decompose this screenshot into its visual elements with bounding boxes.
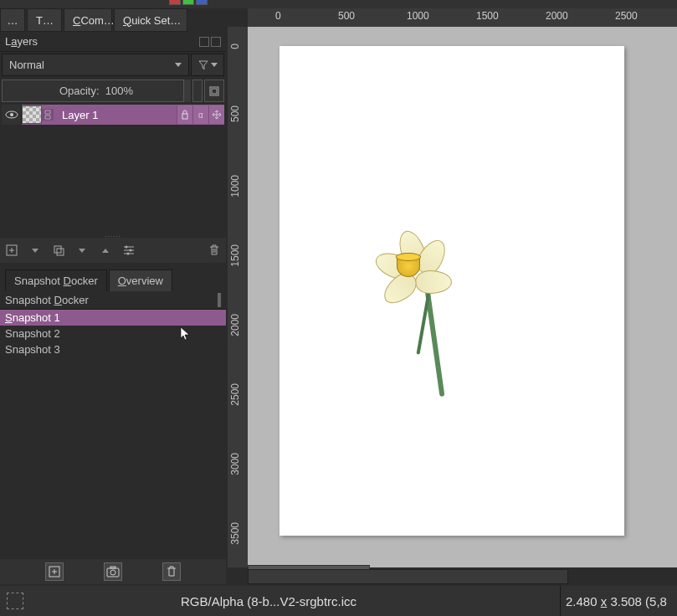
layer-name-label[interactable]: Layer 1: [54, 109, 177, 121]
svg-rect-7: [57, 249, 64, 255]
chevron-up-icon: [102, 249, 109, 253]
canvas-viewport[interactable]: [248, 27, 677, 567]
tab-label: …: [8, 14, 18, 27]
status-bar: RGB/Alpha (8-b...V2-srgbtrc.icc 2.480 x …: [0, 586, 677, 616]
opacity-slider[interactable]: Opacity: 100%: [2, 80, 191, 102]
move-layer-down-button[interactable]: [74, 242, 90, 259]
layer-lock-icon[interactable]: [177, 105, 192, 124]
svg-rect-1: [212, 89, 217, 94]
opacity-label: Opacity:: [59, 85, 100, 97]
tab-key: Q: [123, 14, 131, 27]
mouse-cursor-icon: [180, 326, 190, 341]
svg-rect-4: [182, 114, 187, 119]
camera-icon: [106, 566, 120, 578]
ruler-horizontal[interactable]: 0 500 1000 1500 2000 2500: [248, 8, 677, 27]
tab-quick-settings[interactable]: Quick Set…: [114, 8, 187, 32]
status-color-info: RGB/Alpha (8-b...V2-srgbtrc.icc: [30, 594, 560, 608]
ruler-tick-label: 500: [338, 10, 355, 22]
tab-label: Snapshot: [14, 275, 64, 287]
snapshot-bottom-toolbar: [0, 559, 226, 584]
canvas-page[interactable]: [280, 46, 624, 536]
take-snapshot-button[interactable]: [104, 562, 122, 581]
ruler-tick-label: 1500: [476, 10, 499, 22]
chevron-down-icon: [175, 63, 182, 67]
chevron-down-icon: [211, 63, 218, 67]
tab-key: O: [118, 275, 126, 287]
ruler-tick-label: 3000: [229, 453, 241, 475]
ruler-tick-label: 500: [229, 105, 241, 122]
svg-point-3: [10, 113, 13, 116]
ruler-tick-label: 0: [229, 44, 241, 49]
opacity-spinner[interactable]: [192, 80, 203, 102]
artwork-flower: [372, 239, 472, 389]
tab-key: D: [64, 275, 71, 287]
duplicate-layer-button[interactable]: [50, 242, 67, 259]
ruler-tick-label: 2000: [229, 314, 241, 336]
link-icon: [44, 109, 52, 121]
color-swatch[interactable]: [196, 0, 208, 5]
snapshot-list: Snapshot 1 Snapshot 2 Snapshot 3: [0, 310, 226, 357]
overview-tab[interactable]: Overview: [109, 270, 172, 291]
ruler-tick-label: 0: [275, 10, 281, 22]
layer-move-icon[interactable]: [208, 105, 224, 124]
delete-snapshot-button[interactable]: [162, 562, 181, 581]
ruler-tick-label: 2000: [546, 10, 568, 22]
properties-icon: [208, 85, 220, 97]
layers-panel: Layers Normal Opacity: 100% L: [0, 32, 226, 238]
layer-extra-button[interactable]: [204, 80, 224, 102]
layer-properties-button[interactable]: [121, 242, 137, 259]
snapshot-docker-panel: Snapshot Docker Snapshot 1 Snapshot 2 Sn…: [0, 291, 226, 559]
layer-filter-button[interactable]: [191, 54, 224, 76]
snapshot-docker-tab[interactable]: Snapshot Docker: [5, 270, 107, 291]
svg-point-10: [127, 253, 130, 255]
tab-t[interactable]: T…: [27, 8, 62, 32]
svg-point-9: [130, 249, 132, 252]
color-swatch[interactable]: [169, 0, 181, 5]
resize-handle[interactable]: ······: [105, 233, 121, 240]
close-docker-icon[interactable]: [219, 293, 221, 307]
status-coords: 2.480 x 3.508 (5,8: [560, 586, 677, 616]
filter-icon: [198, 60, 208, 70]
float-docker-icon[interactable]: [199, 37, 209, 47]
layers-panel-title[interactable]: Layers: [0, 32, 226, 52]
eye-icon: [5, 110, 18, 120]
blend-mode-select[interactable]: Normal: [2, 54, 189, 76]
color-swatch[interactable]: [182, 0, 194, 5]
panel-title-text: Layers: [5, 35, 38, 48]
ruler-tick-label: 3500: [229, 522, 241, 545]
ruler-tick-label: 1500: [229, 244, 241, 267]
selection-indicator-icon[interactable]: [7, 593, 23, 609]
docker-tab-row: Snapshot Docker Overview: [0, 266, 226, 291]
ruler-vertical[interactable]: 0 500 1000 1500 2000 2500 3000 3500: [228, 27, 248, 567]
delete-layer-button[interactable]: [206, 242, 223, 259]
snapshot-item[interactable]: Snapshot 2: [0, 326, 226, 341]
add-layer-dropdown[interactable]: [27, 242, 44, 259]
tab-ellipsis[interactable]: …: [0, 8, 25, 32]
ruler-tick-label: 2500: [229, 383, 241, 406]
tab-label: Com…: [80, 14, 114, 27]
layer-alpha-icon[interactable]: α: [192, 105, 208, 124]
close-docker-icon[interactable]: [211, 37, 221, 47]
tab-compositions[interactable]: CCom…: [64, 8, 112, 32]
layer-visibility-toggle[interactable]: [2, 105, 22, 125]
horizontal-scrollbar[interactable]: [248, 569, 568, 584]
layer-link-toggle[interactable]: [42, 109, 54, 121]
tab-key: C: [73, 14, 80, 27]
snapshot-item-label: napshot 1: [13, 311, 60, 324]
svg-rect-14: [110, 567, 115, 568]
panel-title-text: Snapshot Docker: [5, 294, 89, 306]
tab-label: ocker: [71, 275, 98, 287]
tab-label: verview: [126, 275, 163, 287]
layer-thumbnail[interactable]: [22, 105, 42, 124]
snapshot-panel-title[interactable]: Snapshot Docker: [0, 291, 226, 310]
add-layer-button[interactable]: [3, 242, 20, 259]
snapshot-item[interactable]: Snapshot 1: [0, 310, 226, 326]
tab-label: uick Set…: [131, 14, 181, 27]
add-snapshot-button[interactable]: [45, 562, 64, 581]
ruler-tick-label: 2500: [615, 10, 638, 22]
move-layer-up-button[interactable]: [97, 242, 114, 259]
add-icon: [48, 565, 61, 578]
layer-row[interactable]: Layer 1 α: [2, 105, 224, 125]
snapshot-item[interactable]: Snapshot 3: [0, 341, 226, 357]
svg-point-13: [110, 570, 115, 575]
